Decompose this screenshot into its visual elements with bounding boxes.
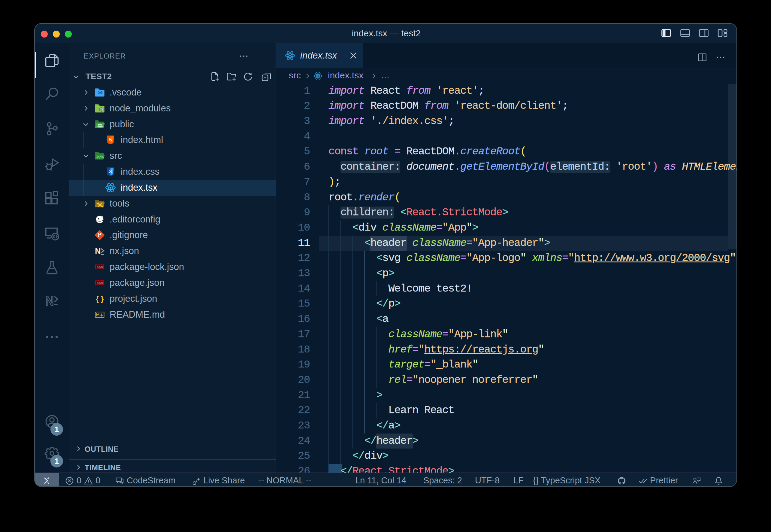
svg-text:3: 3 (109, 169, 112, 174)
svg-text:npm: npm (97, 281, 103, 285)
svg-text:N: N (95, 247, 101, 256)
svg-text:5: 5 (109, 138, 112, 143)
svg-text:{ }: { } (96, 295, 104, 303)
svg-text:</>: </> (96, 156, 104, 160)
svg-text:npm: npm (97, 265, 103, 269)
svg-text:JS: JS (100, 108, 103, 111)
